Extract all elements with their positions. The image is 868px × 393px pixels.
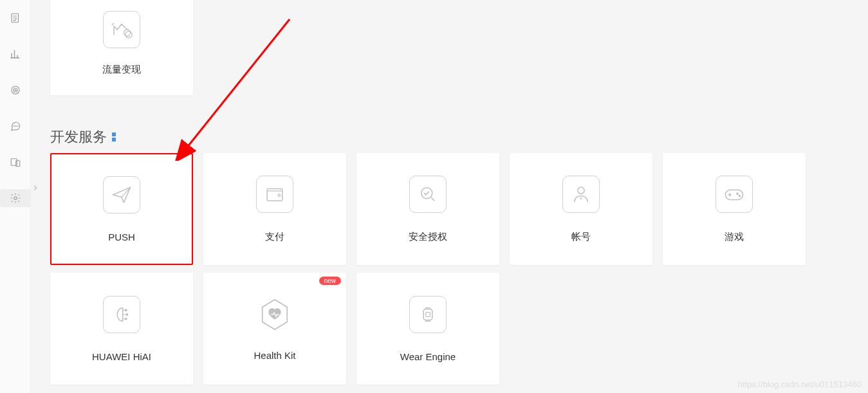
svg-point-6 [17, 126, 18, 127]
card-huawei-hiai[interactable]: HUAWEI HiAI [50, 273, 193, 385]
cards-row: PUSH 支付 安全授权 帐号 游戏 [50, 153, 868, 265]
svg-point-17 [737, 192, 739, 194]
section-title-text: 开发服务 [50, 127, 107, 147]
new-badge: new [319, 277, 341, 285]
card-label: HUAWEI HiAI [92, 351, 151, 362]
sidebar-item-settings[interactable] [0, 189, 31, 207]
bar-chart-icon [10, 48, 21, 60]
svg-point-5 [15, 126, 16, 127]
svg-point-13 [278, 194, 280, 196]
card-label: 安全授权 [409, 231, 447, 243]
watch-icon [409, 296, 447, 333]
card-game[interactable]: 游戏 [663, 153, 806, 265]
card-push[interactable]: PUSH [50, 153, 193, 265]
svg-point-1 [12, 86, 19, 94]
svg-rect-23 [426, 312, 430, 316]
chart-money-icon [103, 11, 140, 48]
sidebar-item-chat[interactable] [0, 117, 31, 135]
chat-icon [10, 120, 21, 132]
document-check-icon [10, 12, 21, 24]
svg-point-4 [14, 126, 14, 127]
main-content: 流量变现 开发服务 PUSH 支付 安全授权 [31, 0, 868, 393]
wallet-icon [256, 176, 293, 213]
svg-point-15 [578, 187, 584, 193]
user-icon [562, 176, 600, 213]
card-label: 支付 [265, 231, 284, 243]
card-health-kit[interactable]: new Health Kit [203, 273, 346, 385]
watermark: https://blog.csdn.net/u011513460 [738, 379, 862, 389]
target-icon [10, 84, 21, 96]
svg-point-18 [739, 195, 741, 197]
card-label: Health Kit [254, 350, 295, 361]
brain-chip-icon [103, 296, 140, 333]
card-label: Wear Engine [400, 351, 456, 362]
card-traffic-monetization[interactable]: 流量变现 [50, 0, 193, 95]
shield-check-icon [409, 176, 447, 213]
sidebar-item-chart[interactable] [0, 45, 31, 63]
device-icon [10, 156, 21, 168]
sidebar [0, 0, 31, 393]
gear-icon [10, 192, 21, 204]
card-label: 帐号 [571, 231, 591, 243]
sidebar-item-document[interactable] [0, 9, 31, 27]
svg-rect-22 [423, 309, 432, 320]
section-title: 开发服务 [50, 127, 868, 147]
svg-point-9 [14, 197, 17, 200]
card-security-auth[interactable]: 安全授权 [356, 153, 499, 265]
sidebar-item-target[interactable] [0, 81, 31, 99]
heart-rate-icon [257, 297, 292, 332]
card-account[interactable]: 帐号 [510, 153, 652, 265]
gamepad-icon [716, 176, 753, 213]
cards-row: HUAWEI HiAI new Health Kit Wear Engine [50, 273, 868, 385]
card-label: 流量变现 [102, 64, 141, 76]
svg-point-2 [14, 88, 17, 92]
svg-rect-16 [725, 190, 743, 199]
chevron-right-icon[interactable] [31, 183, 40, 192]
card-label: 游戏 [725, 231, 744, 243]
svg-point-3 [15, 89, 16, 91]
svg-point-11 [125, 32, 132, 38]
card-wear-engine[interactable]: Wear Engine [356, 273, 499, 385]
card-label: PUSH [108, 232, 135, 242]
svg-point-10 [124, 30, 130, 36]
sidebar-item-device[interactable] [0, 153, 31, 171]
paper-plane-icon [103, 176, 140, 214]
card-payment[interactable]: 支付 [203, 153, 346, 265]
title-decoration-icon [112, 133, 116, 142]
